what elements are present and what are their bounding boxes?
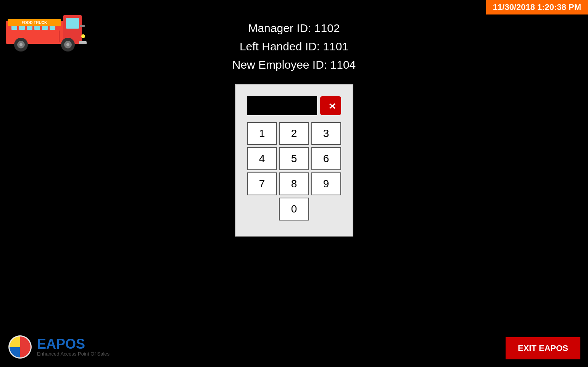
pin-display <box>247 96 317 115</box>
backspace-button[interactable] <box>320 96 341 115</box>
new-employee-id-text: New Employee ID: 1104 <box>0 56 588 74</box>
exit-eapos-button[interactable]: EXIT EAPOS <box>506 337 580 359</box>
eapos-title: EAPOS <box>37 337 110 351</box>
eapos-branding: EAPOS Enhanced Access Point Of Sales <box>8 335 110 359</box>
key-7[interactable]: 7 <box>247 172 277 195</box>
numpad-panel: 1 2 3 4 5 6 7 8 9 0 <box>235 84 353 237</box>
center-info: Manager ID: 1102 Left Handed ID: 1101 Ne… <box>0 19 588 74</box>
eapos-text-block: EAPOS Enhanced Access Point Of Sales <box>37 337 110 357</box>
input-row <box>247 96 341 115</box>
key-1[interactable]: 1 <box>247 122 277 145</box>
key-9[interactable]: 9 <box>311 172 341 195</box>
key-2[interactable]: 2 <box>279 122 309 145</box>
eapos-subtitle: Enhanced Access Point Of Sales <box>37 351 110 357</box>
eapos-logo-icon <box>8 335 32 359</box>
key-6[interactable]: 6 <box>311 147 341 170</box>
datetime-display: 11/30/2018 1:20:38 PM <box>486 0 588 14</box>
key-4[interactable]: 4 <box>247 147 277 170</box>
key-0[interactable]: 0 <box>279 198 309 221</box>
zero-row: 0 <box>247 198 341 221</box>
left-handed-id-text: Left Handed ID: 1101 <box>0 37 588 56</box>
backspace-icon <box>324 100 337 111</box>
numpad-grid: 1 2 3 4 5 6 7 8 9 <box>247 122 341 195</box>
key-3[interactable]: 3 <box>311 122 341 145</box>
manager-id-text: Manager ID: 1102 <box>0 19 588 37</box>
key-8[interactable]: 8 <box>279 172 309 195</box>
key-5[interactable]: 5 <box>279 147 309 170</box>
